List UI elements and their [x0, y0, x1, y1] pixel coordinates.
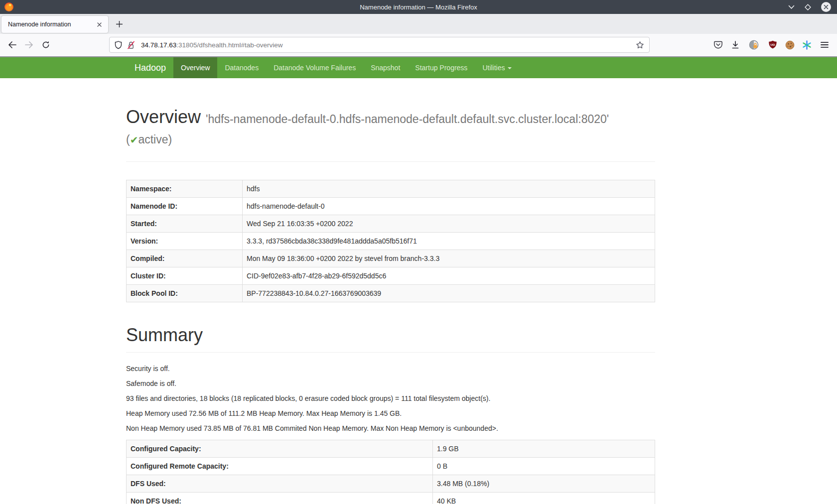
tab-strip: Namenode information — [0, 14, 837, 34]
capacity-value: 3.48 MB (0.18%) — [433, 475, 655, 493]
nav-tab-overview[interactable]: Overview — [173, 57, 217, 78]
info-value: hdfs-namenode-default-0 — [243, 198, 655, 215]
capacity-table: Configured Capacity:1.9 GB Configured Re… — [126, 440, 655, 504]
nav-tab-datanodes[interactable]: Datanodes — [217, 57, 266, 78]
back-icon[interactable] — [5, 38, 19, 52]
pocket-icon[interactable] — [711, 38, 725, 52]
summary-line: Safemode is off. — [126, 378, 655, 388]
info-value: BP-772238843-10.84.0.27-1663769003639 — [243, 285, 655, 302]
table-row: Started:Wed Sep 21 16:03:35 +0200 2022 — [127, 215, 655, 233]
insecure-lock-icon[interactable] — [127, 41, 135, 49]
info-value: Mon May 09 18:36:00 +0200 2022 by stevel… — [243, 250, 655, 267]
summary-line: Heap Memory used 72.56 MB of 111.2 MB He… — [126, 408, 655, 418]
chevron-down-icon — [508, 67, 512, 69]
check-icon: ✔ — [130, 134, 139, 145]
nav-tab-snapshot[interactable]: Snapshot — [363, 57, 408, 78]
table-row: Non DFS Used:40 KB — [127, 493, 655, 504]
reload-icon[interactable] — [39, 38, 53, 52]
namenode-address: 'hdfs-namenode-default-0.hdfs-namenode-d… — [206, 113, 609, 126]
asterisk-extension-icon[interactable] — [800, 38, 814, 52]
table-row: Compiled:Mon May 09 18:36:00 +0200 2022 … — [127, 250, 655, 267]
window-titlebar: Namenode information — Mozilla Firefox — [0, 0, 837, 14]
info-value: hdfs — [243, 180, 655, 198]
table-row: Configured Remote Capacity:0 B — [127, 458, 655, 475]
capacity-label: Configured Remote Capacity: — [127, 458, 433, 475]
forward-icon[interactable] — [22, 38, 36, 52]
downloads-icon[interactable] — [728, 38, 742, 52]
capacity-value: 0 B — [433, 458, 655, 475]
capacity-value: 40 KB — [433, 493, 655, 504]
table-row: Configured Capacity:1.9 GB — [127, 440, 655, 458]
capacity-label: Non DFS Used: — [127, 493, 433, 504]
tab-title: Namenode information — [8, 21, 94, 28]
summary-line: Security is off. — [126, 364, 655, 374]
info-value: Wed Sep 21 16:03:35 +0200 2022 — [243, 215, 655, 233]
navbar-brand[interactable]: Hadoop — [127, 57, 173, 78]
summary-title: Summary — [126, 324, 655, 346]
privacy-extension-lock-icon[interactable] — [747, 38, 761, 52]
svg-text:UO: UO — [771, 43, 775, 46]
url-text: 34.78.17.63:31805/dfshealth.html#tab-ove… — [141, 41, 636, 49]
table-row: DFS Used:3.48 MB (0.18%) — [127, 475, 655, 493]
info-label: Namenode ID: — [127, 198, 243, 215]
url-path: :31805/dfshealth.html#tab-overview — [176, 41, 282, 49]
table-row: Block Pool ID:BP-772238843-10.84.0.27-16… — [127, 285, 655, 302]
info-label: Compiled: — [127, 250, 243, 267]
maximize-icon[interactable] — [805, 4, 811, 10]
firefox-logo-icon — [4, 2, 13, 11]
close-icon[interactable] — [821, 2, 831, 12]
nav-tab-startup-progress[interactable]: Startup Progress — [408, 57, 475, 78]
info-label: Block Pool ID: — [127, 285, 243, 302]
divider — [126, 161, 655, 162]
table-row: Version:3.3.3, rd37586cbda38c338d9fe481a… — [127, 233, 655, 250]
bookmark-star-icon[interactable] — [636, 41, 644, 49]
new-tab-button[interactable] — [112, 16, 127, 31]
nav-tab-datanode-volume-failures[interactable]: Datanode Volume Failures — [266, 57, 363, 78]
namenode-info-table: Namespace:hdfs Namenode ID:hdfs-namenode… — [126, 180, 655, 302]
capacity-label: Configured Capacity: — [127, 440, 433, 458]
capacity-label: DFS Used: — [127, 475, 433, 493]
info-value: CID-9ef02e83-afb7-4f28-ab29-6f592d5dd5c6 — [243, 267, 655, 285]
tab-close-icon[interactable] — [94, 19, 104, 29]
table-row: Namenode ID:hdfs-namenode-default-0 — [127, 198, 655, 215]
table-row: Cluster ID:CID-9ef02e83-afb7-4f28-ab29-6… — [127, 267, 655, 285]
nav-tab-utilities[interactable]: Utilities — [475, 57, 519, 78]
shield-icon[interactable] — [115, 41, 122, 49]
page-title: Overview'hdfs-namenode-default-0.hdfs-na… — [126, 106, 655, 130]
info-label: Namespace: — [127, 180, 243, 198]
info-label: Started: — [127, 215, 243, 233]
namenode-status: (✔active) — [126, 132, 655, 147]
info-label: Cluster ID: — [127, 267, 243, 285]
url-bar[interactable]: 34.78.17.63:31805/dfshealth.html#tab-ove… — [109, 37, 650, 53]
summary-line: 93 files and directories, 18 blocks (18 … — [126, 393, 655, 403]
summary-line: Non Heap Memory used 73.85 MB of 76.81 M… — [126, 423, 655, 433]
browser-toolbar: 34.78.17.63:31805/dfshealth.html#tab-ove… — [0, 34, 837, 56]
app-menu-icon[interactable] — [818, 38, 832, 52]
capacity-value: 1.9 GB — [433, 440, 655, 458]
url-host: 34.78.17.63 — [141, 41, 176, 49]
info-value: 3.3.3, rd37586cbda38c338d9fe481addda5a05… — [243, 233, 655, 250]
minimize-icon[interactable] — [788, 5, 795, 9]
table-row: Namespace:hdfs — [127, 180, 655, 198]
window-title: Namenode information — Mozilla Firefox — [360, 3, 477, 11]
hadoop-navbar: Hadoop Overview Datanodes Datanode Volum… — [0, 57, 837, 78]
info-label: Version: — [127, 233, 243, 250]
adblock-shield-icon[interactable]: UO — [766, 38, 780, 52]
cookie-icon[interactable] — [783, 38, 797, 52]
browser-tab[interactable]: Namenode information — [1, 16, 108, 33]
divider — [126, 352, 655, 353]
